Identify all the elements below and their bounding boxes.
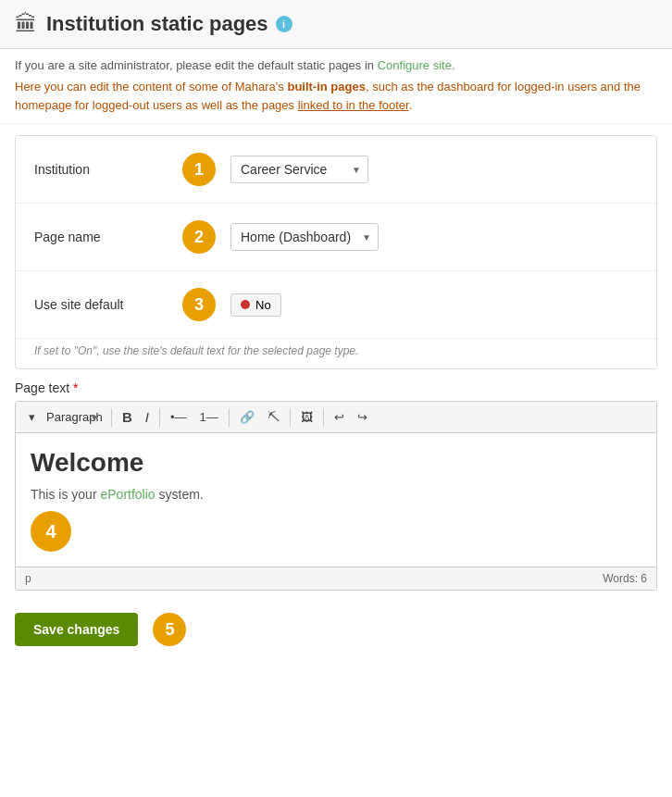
institution-select[interactable]: Career Service Default Institution xyxy=(230,156,368,183)
step-4-badge: 4 xyxy=(31,511,71,552)
page-name-select-wrapper: Home (Dashboard) Dashboard About Contact xyxy=(230,223,379,251)
step-5-badge: 5 xyxy=(153,613,186,646)
italic-button[interactable]: I xyxy=(140,407,155,427)
info-notice: Here you can edit the content of some of… xyxy=(15,78,657,114)
editor-footer: p Words: 6 xyxy=(16,567,656,590)
page-name-select[interactable]: Home (Dashboard) Dashboard About Contact xyxy=(230,223,379,251)
image-button[interactable]: 🖼 xyxy=(295,408,318,426)
eportfolio-link[interactable]: ePortfolio xyxy=(100,487,155,502)
admin-notice: If you are a site administrator, please … xyxy=(15,58,657,72)
use-site-default-label: Use site default xyxy=(34,297,182,312)
save-section: Save changes 5 xyxy=(0,602,672,665)
redo-button[interactable]: ↪ xyxy=(352,408,373,426)
page-title: Institution static pages xyxy=(46,12,268,36)
configure-site-link[interactable]: Configure site. xyxy=(378,58,455,72)
editor-toolbar: ▾ Paragraph Heading 1 Heading 2 Heading … xyxy=(16,402,656,433)
institution-row: Institution 1 Career Service Default Ins… xyxy=(16,136,656,204)
page-name-control: Home (Dashboard) Dashboard About Contact xyxy=(230,223,638,251)
paragraph-before: This is your xyxy=(31,487,100,502)
editor-container: ▾ Paragraph Heading 1 Heading 2 Heading … xyxy=(15,401,657,591)
use-site-default-row: Use site default 3 No xyxy=(16,271,656,339)
required-marker: * xyxy=(73,380,78,395)
word-count: Words: 6 xyxy=(603,572,647,585)
editor-content[interactable]: Welcome This is your ePortfolio system. … xyxy=(16,433,656,567)
toggle-label: No xyxy=(255,298,271,312)
info-icon[interactable]: i xyxy=(276,16,292,32)
page-text-label: Page text * xyxy=(15,380,657,395)
toolbar-sep-5 xyxy=(323,408,324,427)
bold-button[interactable]: B xyxy=(117,407,138,427)
step-3-badge: 3 xyxy=(182,288,216,321)
use-site-default-control: No xyxy=(230,293,638,317)
form-container: Institution 1 Career Service Default Ins… xyxy=(15,135,657,369)
institution-control: Career Service Default Institution xyxy=(230,156,638,183)
toolbar-sep-2 xyxy=(159,408,160,427)
step-2-badge: 2 xyxy=(182,220,216,254)
paragraph-after: system. xyxy=(156,487,204,502)
page-text-section: Page text * ▾ Paragraph Heading 1 Headin… xyxy=(15,380,657,591)
paragraph-select[interactable]: Paragraph Heading 1 Heading 2 Heading 3 xyxy=(43,408,106,426)
built-in-pages-bold: built-in pages xyxy=(287,80,366,93)
unlink-button[interactable]: ⛏ xyxy=(262,408,285,426)
step-1-badge: 1 xyxy=(182,153,216,186)
page-name-row: Page name 2 Home (Dashboard) Dashboard A… xyxy=(16,204,656,271)
save-button[interactable]: Save changes xyxy=(15,613,138,646)
ordered-list-button[interactable]: 1― xyxy=(194,408,224,426)
admin-notice-text: If you are a site administrator, please … xyxy=(15,58,378,72)
use-site-default-toggle[interactable]: No xyxy=(230,293,281,317)
link-button[interactable]: 🔗 xyxy=(234,408,260,426)
institution-select-wrapper: Career Service Default Institution xyxy=(230,156,368,183)
toggle-dot xyxy=(241,300,250,309)
editor-tag: p xyxy=(25,572,31,585)
notice-section: If you are a site administrator, please … xyxy=(0,49,672,124)
undo-button[interactable]: ↩ xyxy=(329,408,350,426)
editor-paragraph: This is your ePortfolio system. xyxy=(31,487,641,502)
toolbar-sep-1 xyxy=(111,408,112,427)
toolbar-sep-3 xyxy=(229,408,230,427)
institution-icon: 🏛 xyxy=(15,11,37,37)
unordered-list-button[interactable]: •― xyxy=(165,408,193,426)
page-name-label: Page name xyxy=(34,230,182,244)
institution-label: Institution xyxy=(34,162,182,177)
paragraph-select-wrapper: Paragraph Heading 1 Heading 2 Heading 3 xyxy=(43,408,106,426)
hint-text: If set to "On", use the site's default t… xyxy=(16,339,656,368)
toolbar-dropdown-arrow[interactable]: ▾ xyxy=(23,408,41,426)
page-header: 🏛 Institution static pages i xyxy=(0,0,672,49)
editor-heading: Welcome xyxy=(31,448,641,478)
footer-link[interactable]: linked to in the footer xyxy=(298,98,409,112)
toolbar-sep-4 xyxy=(290,408,291,427)
